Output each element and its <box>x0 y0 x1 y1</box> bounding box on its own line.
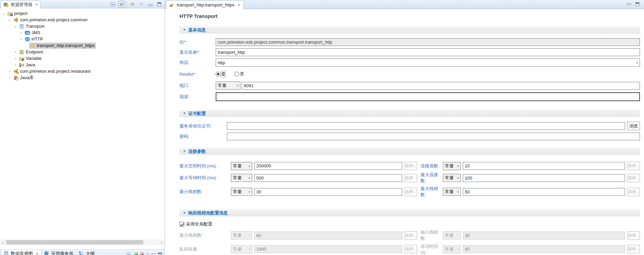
section-connection-params[interactable]: ▼ 连接参数 <box>179 148 640 155</box>
select-button[interactable]: 选择... <box>627 188 640 196</box>
connector-count-input[interactable] <box>463 162 625 170</box>
restful-no-radio[interactable] <box>234 72 239 76</box>
select-button[interactable]: 选择... <box>627 231 640 240</box>
conn-row-wait-time: 最大等待时间 (ms) : 常量∨ 选择... 最大连接数: 常量∨ 选择... <box>179 172 640 184</box>
maximize-editor-icon[interactable] <box>636 2 639 6</box>
collapse-all-icon[interactable] <box>125 251 132 255</box>
select-button[interactable]: 选择... <box>627 174 640 182</box>
expander-open-icon[interactable]: ⌄ <box>7 18 12 22</box>
value-type-select-disabled: 常量∨ <box>231 231 252 239</box>
expander-closed-icon[interactable]: › <box>13 50 18 54</box>
value-type-select[interactable]: 常量∨ <box>231 162 252 170</box>
minimize-view-icon[interactable] <box>147 1 154 7</box>
tree-row-variable[interactable]: › Variable <box>0 55 165 62</box>
explorer-horizontal-scrollbar[interactable]: ‹ › <box>0 239 165 245</box>
section-collapse-icon[interactable]: ▼ <box>183 112 186 115</box>
section-collapse-icon[interactable]: ▼ <box>183 211 186 214</box>
pool-row-max-threads: 最大线程数: 常量∨ 选择... 核心线程数: 常量∨ 选择... <box>179 229 640 241</box>
editor-tab-transport-http[interactable]: transport_http.transport_httpx ✕ <box>166 0 244 9</box>
max-idle-time-input[interactable] <box>254 162 402 170</box>
keep-alive-input <box>463 245 625 253</box>
password-label: 密码: <box>179 134 227 140</box>
tree-row-project-common[interactable]: ⌄ com.primeton.esb.project.common <box>0 17 165 23</box>
section-basic-info[interactable]: ▼ 基本信息 <box>179 26 640 33</box>
tree-row-http[interactable]: ⌄ HTTP <box>0 36 165 42</box>
tab-database-view[interactable]: 数据库视图 ✕ <box>1 250 41 255</box>
value-type-select[interactable]: 常量∨ <box>443 162 461 170</box>
expander-closed-icon[interactable]: › <box>19 31 24 34</box>
global-config-checkbox[interactable] <box>179 222 184 227</box>
select-button[interactable]: 选择... <box>627 245 640 253</box>
expander-closed-icon[interactable]: › <box>7 76 12 79</box>
link-with-editor-icon[interactable]: ⇄ <box>118 1 125 7</box>
max-wait-time-input[interactable] <box>254 174 402 182</box>
tab-resource-explorer[interactable]: 资源管理器 ✕ <box>1 0 41 8</box>
value-type-select[interactable]: 常量∨ <box>443 188 461 196</box>
scroll-left-icon[interactable]: ‹ <box>0 240 6 245</box>
port-type-select[interactable]: 常量 ∨ <box>216 82 240 90</box>
expander-closed-icon[interactable]: › <box>7 69 12 73</box>
maximize-view-icon[interactable] <box>156 1 163 7</box>
close-icon[interactable]: ✕ <box>238 3 240 7</box>
tree-row-endpoint[interactable]: › E Endpoint <box>0 49 165 55</box>
scroll-right-icon[interactable]: › <box>159 240 165 245</box>
server-stop-icon[interactable] <box>141 253 144 255</box>
section-certificate[interactable]: ▼ 证书配置 <box>179 110 640 117</box>
trust-cert-input[interactable] <box>227 122 625 130</box>
restful-yes-radio[interactable] <box>216 72 220 76</box>
minimize-view-icon[interactable] <box>152 254 155 255</box>
select-button[interactable]: 选择... <box>627 162 640 170</box>
expander-open-icon[interactable]: ⌄ <box>19 37 24 41</box>
collapse-all-icon[interactable] <box>109 1 116 7</box>
select-button[interactable]: 选择... <box>405 245 417 253</box>
select-button[interactable]: 选择... <box>405 231 417 240</box>
restful-yes-label[interactable]: 是 <box>221 71 226 77</box>
endpoint-folder-icon: E <box>19 49 24 55</box>
tree-row-java[interactable]: › J Java <box>0 62 165 68</box>
server-start-icon[interactable] <box>134 253 138 255</box>
max-threads-input[interactable] <box>463 188 625 196</box>
description-textarea[interactable] <box>216 92 640 101</box>
expander-closed-icon[interactable]: › <box>13 56 18 60</box>
browse-button[interactable]: 浏览 <box>627 122 640 130</box>
close-icon[interactable]: ✕ <box>36 252 38 255</box>
editor-tabbar: transport_http.transport_httpx ✕ <box>165 0 644 9</box>
password-input[interactable] <box>227 133 640 140</box>
max-connections-input[interactable] <box>463 174 625 182</box>
section-collapse-icon[interactable]: ▼ <box>183 28 186 31</box>
value-type-select[interactable]: 常量∨ <box>231 174 252 182</box>
tab-app-server[interactable]: 应用服务器 <box>41 250 76 255</box>
tree-row-transport[interactable]: ⌄ T Transport <box>0 23 165 29</box>
minimize-editor-icon[interactable] <box>627 3 631 5</box>
section-collapse-icon[interactable]: ▼ <box>183 150 186 153</box>
scrollbar-thumb[interactable] <box>6 240 143 245</box>
tree-row-jms[interactable]: › JMS JMS <box>0 29 165 36</box>
expander-open-icon[interactable]: ⌄ <box>13 24 18 28</box>
restful-no-label[interactable]: 否 <box>240 71 244 77</box>
expander-closed-icon[interactable]: › <box>13 63 18 67</box>
section-response-thread-pool[interactable]: ▼ 响应线程池配置信息 <box>179 209 640 216</box>
transport-folder-icon: T <box>19 24 24 29</box>
expander-open-icon[interactable]: ⌄ <box>1 11 6 15</box>
maximize-view-icon[interactable] <box>158 253 162 255</box>
view-menu-icon[interactable]: ▽ <box>147 253 149 255</box>
view-menu-icon[interactable]: ▽ <box>138 1 145 7</box>
tree-row-project-restaurant[interactable]: › B com.primeton.esb.project.restaurant <box>0 68 165 74</box>
display-name-input[interactable] <box>216 48 640 56</box>
min-threads-input[interactable] <box>254 188 402 196</box>
tree-row-java-lib[interactable]: › Java库 <box>0 74 165 81</box>
tab-outline[interactable]: 大纲 <box>76 250 97 255</box>
protocol-select[interactable]: http ∨ <box>216 59 640 67</box>
tree-row-project[interactable]: ⌄ project <box>0 10 165 17</box>
refresh-icon[interactable]: ⟳ <box>129 1 136 7</box>
select-button[interactable]: 选择... <box>405 188 417 196</box>
field-password: 密码: <box>179 133 640 140</box>
close-icon[interactable]: ✕ <box>35 3 38 6</box>
select-button[interactable]: 选择... <box>405 162 417 170</box>
port-input[interactable] <box>242 82 640 90</box>
value-type-select[interactable]: 常量∨ <box>443 174 461 182</box>
tree-row-transport-http[interactable]: transport_http.transport_httpx <box>0 42 165 49</box>
select-button[interactable]: 选择... <box>405 174 417 182</box>
global-config-label[interactable]: 采用全局配置 <box>186 221 212 227</box>
value-type-select[interactable]: 常量∨ <box>231 188 252 196</box>
